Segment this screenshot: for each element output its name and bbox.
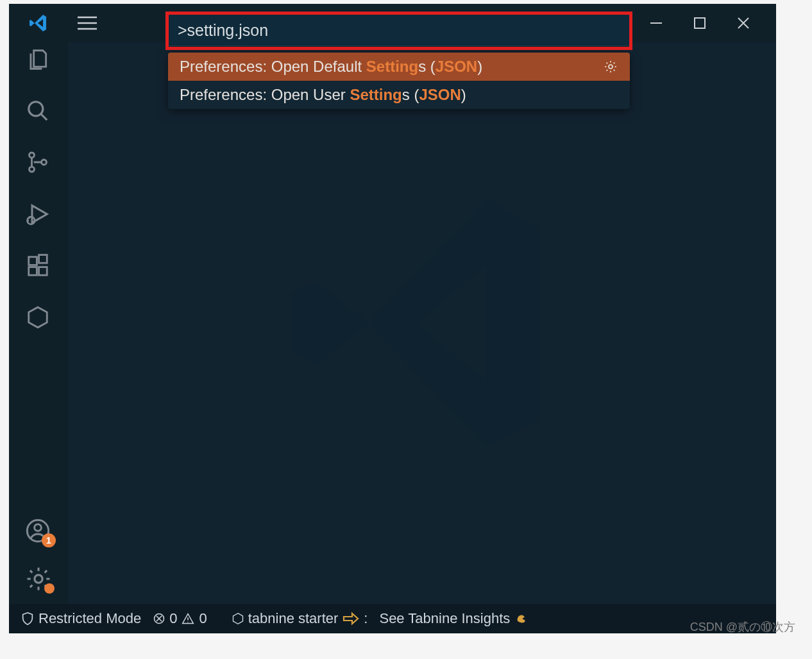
svg-rect-8 (39, 267, 47, 276)
svg-point-14 (609, 65, 613, 69)
status-bar: Restricted Mode 0 0 tabnine starter : Se… (9, 604, 776, 633)
warnings-count: 0 (199, 610, 207, 627)
accounts-icon[interactable]: 1 (25, 518, 52, 544)
svg-rect-0 (695, 18, 705, 28)
minimize-button[interactable] (649, 16, 663, 30)
maximize-button[interactable] (693, 16, 707, 30)
window-controls (649, 16, 776, 30)
colon: : (364, 610, 368, 627)
svg-point-2 (30, 153, 35, 158)
settings-update-dot-icon (44, 583, 55, 594)
hexagon-icon[interactable] (26, 305, 51, 330)
editor-area (68, 42, 776, 604)
command-palette-results: Preferences: Open Default Settings (JSON… (168, 53, 630, 109)
tabnine-label: tabnine starter (248, 610, 339, 627)
close-button[interactable] (736, 16, 750, 30)
muscle-icon (514, 612, 529, 626)
vscode-watermark-icon (275, 176, 570, 471)
main-area: 1 (9, 42, 776, 604)
svg-rect-7 (29, 267, 37, 276)
restricted-mode-label: Restricted Mode (38, 610, 141, 627)
search-icon[interactable] (26, 99, 51, 123)
settings-gear-icon[interactable] (25, 565, 52, 592)
pointer-icon (342, 612, 360, 626)
activity-bar: 1 (9, 42, 68, 604)
svg-point-4 (42, 160, 47, 165)
command-result-open-default-settings[interactable]: Preferences: Open Default Settings (JSON… (168, 53, 630, 81)
gear-icon[interactable] (603, 59, 618, 74)
svg-rect-9 (39, 255, 47, 263)
svg-rect-6 (29, 257, 37, 265)
run-debug-icon[interactable] (26, 201, 51, 227)
restricted-mode-button[interactable]: Restricted Mode (21, 610, 141, 627)
result-text: Preferences: Open User Settings (JSON) (180, 86, 466, 104)
source-control-icon[interactable] (26, 150, 51, 174)
explorer-icon[interactable] (26, 47, 51, 72)
vscode-logo-icon (9, 13, 68, 33)
tabnine-insights-button[interactable]: See Tabnine Insights (379, 610, 529, 627)
accounts-badge: 1 (42, 533, 56, 547)
menu-button[interactable] (68, 16, 106, 30)
vscode-window: 1 Restricted Mode 0 0 (9, 4, 776, 633)
result-text: Preferences: Open Default Settings (JSON… (180, 58, 482, 76)
svg-point-12 (35, 575, 42, 583)
svg-point-1 (29, 102, 43, 116)
command-palette: Preferences: Open Default Settings (JSON… (168, 14, 630, 109)
tabnine-insights-label: See Tabnine Insights (379, 610, 510, 627)
command-palette-input[interactable] (168, 14, 630, 46)
problems-button[interactable]: 0 0 (153, 610, 207, 627)
svg-point-11 (35, 524, 42, 531)
errors-count: 0 (169, 610, 177, 627)
svg-point-3 (30, 167, 35, 172)
command-result-open-user-settings[interactable]: Preferences: Open User Settings (JSON) (168, 81, 630, 109)
tabnine-status[interactable]: tabnine starter : (232, 610, 368, 627)
watermark-text: CSDN @贰の⑩次方 (690, 619, 795, 635)
extensions-icon[interactable] (26, 254, 51, 278)
